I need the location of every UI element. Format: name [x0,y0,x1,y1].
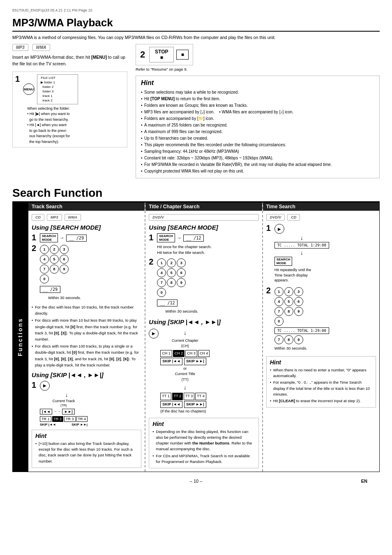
track-step1-display-row: SEARCHMODE → __ /29 [40,233,87,242]
key-0[interactable]: 0 [40,274,49,283]
track-search-col: Track Search CD MP3 WMA Using [SEARCH MO… [28,203,145,472]
key-8[interactable]: 8 [50,265,59,274]
time-step2-content: 1 2 3 4 5 6 7 8 9 0 TC ..... TOTAL [274,286,329,352]
title-key-9[interactable]: 9 [177,278,186,287]
title-key-5[interactable]: 5 [167,268,176,277]
title-key-8[interactable]: 8 [167,278,176,287]
title-key-0[interactable]: 0 [157,288,166,297]
time-key-8[interactable]: 8 [284,307,293,316]
title-step1-num: 1 [149,233,154,242]
track-step2-content: 1 2 3 4 5 6 7 8 9 0 __ /29 [40,244,81,302]
time-key-3[interactable]: 3 [294,287,303,296]
tt2: TT 2 [172,393,183,400]
time-hit-text: Hit repeatedly until theTime Search disp… [274,267,329,283]
insert-text: Insert an MP3/WMA-format disc, then hit … [12,54,127,67]
time-dvd-logo: DVD/V [266,214,285,221]
key-4[interactable]: 4 [40,255,49,264]
page-number: – 10 – [190,479,203,484]
hint-item-8: Up to 8 hierarchies can be created. [141,135,374,142]
key-5[interactable]: 5 [50,255,59,264]
time-key-9b[interactable]: 9 [294,335,303,344]
skip-play-row: ▶ [40,381,88,391]
title-key-2[interactable]: 2 [167,258,176,267]
time-key-7b[interactable]: 7 [274,335,284,344]
time-hint-title: Hint [270,359,372,366]
ch3: CH 3 [185,350,197,357]
title-skip-fwd[interactable]: SKIP ►►| [184,358,206,365]
title-key-6[interactable]: 6 [177,268,186,277]
hint-item-1: Some selections may take a while to be r… [141,89,374,96]
time-step1-num: 1 [266,224,272,232]
time-key-5[interactable]: 5 [284,297,293,306]
time-search-mode-row: SEARCHMODE [274,257,329,266]
time-arrow-down: ↓ [274,235,329,241]
skip-fwd-btn[interactable]: ►►| [62,409,74,415]
title-key-1[interactable]: 1 [157,258,166,267]
title-dvd-logo: DVD/V [149,214,258,221]
step1-number: 1 [15,74,20,84]
track-step2-display-row: __ /29 [40,285,81,294]
time-key-0[interactable]: 0 [274,317,284,326]
time-within: Within 30 seconds. [274,346,329,350]
hint-item-7: A maximum of 999 files can be recognized… [141,129,374,135]
time-key-4[interactable]: 4 [274,297,284,306]
title-hint-title: Hint [152,421,255,427]
file-list-items: FILE LIST ▶ folder 1 folder 2 folder 3 t… [41,76,74,103]
title-skip-main-title: Using [SKIP |◄◄ , ►►|] [149,318,258,325]
track-wma-logo: WMA [65,214,81,221]
time-search-col: Time Search DVD/V CD 1 ▶ ↓ TC ..... TOTA… [263,203,379,472]
title-skip-back[interactable]: SKIP |◄◄ [160,358,182,365]
hint-item-5: Folders are accompanied by [📁] icon. [141,115,374,122]
no-chapters-text: (If the disc has no chapters) [160,409,210,415]
key-6[interactable]: 6 [60,255,69,264]
key-2[interactable]: 2 [50,245,59,254]
time-key-8b[interactable]: 8 [284,335,293,344]
title-key-7[interactable]: 7 [157,278,166,287]
hint-title: Hint [141,79,374,87]
track-logos: CD MP3 WMA [32,214,141,221]
time-step1-display-row: ▶ [274,224,329,234]
logo-row: MP3 WMA [12,44,127,51]
title-step2-row: 2 1 2 3 4 5 6 7 8 9 0 [149,258,258,315]
stop-icon: ■ [176,50,189,60]
step1-menu-row: MENU FILE LIST ▶ folder 1 folder 2 folde… [23,74,78,104]
key-7[interactable]: 7 [40,265,49,274]
time-hint-item-2: For example, "0 : 0.: .." appears in the… [270,380,372,397]
key-9[interactable]: 9 [60,265,69,274]
title-chapter-col: Title / Chapter Search DVD/V Using [SEAR… [145,203,263,472]
title-key-4[interactable]: 4 [157,268,166,277]
key-3[interactable]: 3 [60,245,69,254]
track-search-header: Track Search [28,203,145,211]
ch1: CH 1 [160,350,172,357]
title-play-btn[interactable]: ▶ [149,329,159,339]
time-key-1[interactable]: 1 [274,287,284,296]
title-within: Within 30 seconds. [165,309,198,313]
title-skip-btns-row: SKIP |◄◄ SKIP ►►| [160,358,210,365]
play-btn[interactable]: ▶ [40,381,50,391]
time-play-btn[interactable]: ▶ [274,224,284,234]
time-numpad-row2: 7 8 9 [274,335,329,344]
step2-number: 2 [140,49,145,60]
tt-skip-back[interactable]: SKIP |◄◄ [160,401,182,408]
track-step1-display: __ /29 [66,235,87,242]
tt-skip-fwd[interactable]: SKIP ►►| [184,401,206,408]
tr2: TR 2 [52,416,64,422]
time-key-9[interactable]: 9 [294,307,303,316]
hint-item-2: Hit [TOP MENU] to return to the first it… [141,96,374,102]
time-hint-item-3: Hit [CLEAR] to erase the incorrect input… [270,398,372,404]
time-key-2[interactable]: 2 [284,287,293,296]
track-step2-display: __ /29 [40,286,60,293]
time-key-7[interactable]: 7 [274,307,284,316]
time-hint-item-1: When there is no need to enter a number,… [270,367,372,379]
time-step2-row: 2 1 2 3 4 5 6 7 8 9 0 [266,286,376,352]
key-1[interactable]: 1 [40,245,49,254]
skip-back-btn[interactable]: |◄◄ [40,409,52,415]
skip-buttons-row: |◄◄ ←→ ►►| [40,409,88,415]
time-key-6[interactable]: 6 [294,297,303,306]
title-current-title: Current Title(TT) [160,371,210,382]
ch2: CH 2 [173,350,185,357]
ch4: CH 4 [198,350,210,357]
title-key-3[interactable]: 3 [177,258,186,267]
title-step1-row: 1 SEARCHMODE → __ /12 Hit once for the c… [149,233,258,256]
tr4: TR 4 [76,416,88,422]
